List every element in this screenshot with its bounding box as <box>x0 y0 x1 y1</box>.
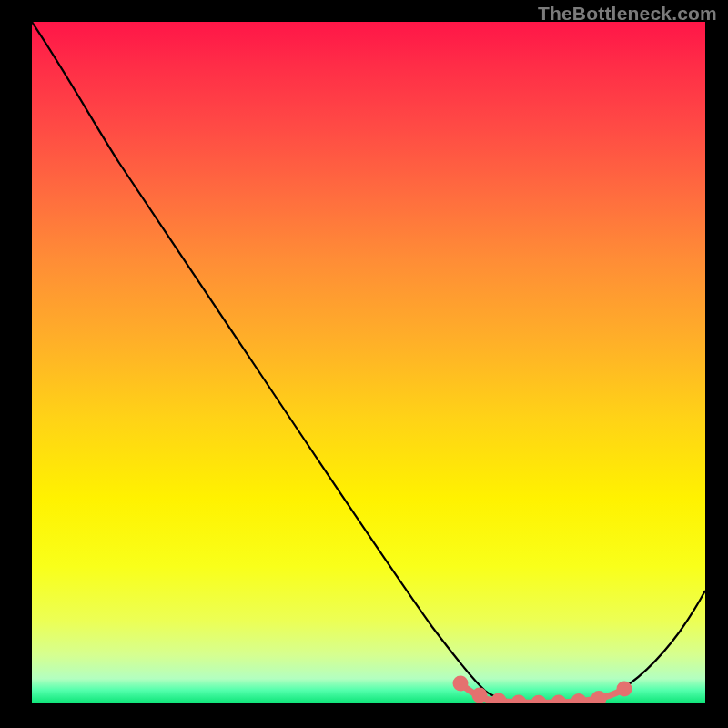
highlight-dots <box>456 679 629 703</box>
curve-layer <box>32 22 705 703</box>
svg-point-6 <box>574 697 583 703</box>
svg-point-4 <box>534 698 543 703</box>
svg-point-3 <box>514 698 523 703</box>
svg-point-7 <box>594 694 603 703</box>
svg-point-8 <box>620 684 629 693</box>
svg-point-0 <box>456 679 465 688</box>
chart-stage: TheBottleneck.com <box>0 0 728 728</box>
plot-area <box>32 22 705 703</box>
svg-point-1 <box>475 691 484 700</box>
svg-point-2 <box>494 696 503 703</box>
main-curve <box>32 22 705 703</box>
svg-point-5 <box>554 698 563 703</box>
